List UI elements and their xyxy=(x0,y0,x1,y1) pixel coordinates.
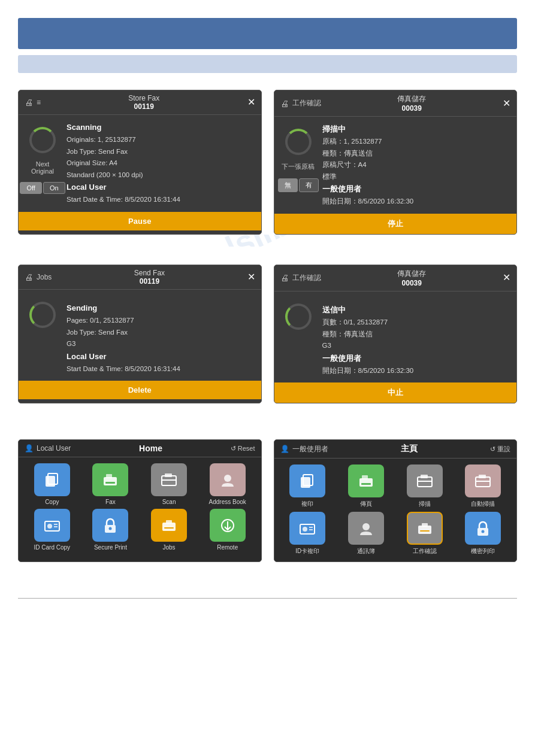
home-icon-box-autoscan xyxy=(465,464,501,497)
panel-header-4: 🖨 工作確認 傳真儲存 00039 ✕ xyxy=(274,265,517,292)
panel-footer-2[interactable]: 停止 xyxy=(274,214,517,234)
home-icon-box-idcardcopy xyxy=(34,509,70,542)
panel-body-2: 下一張原稿 無 有 掃描中 原稿：1, 25132877 種類：傳真送信 原稿尺… xyxy=(274,117,517,214)
starttime-3: Start Date & Time: 8/5/2020 16:31:44 xyxy=(67,363,255,375)
origsize-2: 原稿尺寸：A4 xyxy=(322,159,511,171)
home-icon-fax[interactable]: Fax xyxy=(83,463,138,505)
panel-footer-4[interactable]: 中止 xyxy=(274,382,517,403)
home-grid-en: CopyFaxScanAddress BookID Card CopySecur… xyxy=(19,457,261,557)
starttime-4: 開始日期：8/5/2020 16:32:30 xyxy=(322,365,511,377)
home-icon-autoscan[interactable]: 自動掃描 xyxy=(455,464,510,508)
toggle-off-1[interactable]: Off xyxy=(20,182,41,194)
home-icon-secureprint-cn[interactable]: 機密列印 xyxy=(455,512,510,555)
home-icon-box-fax xyxy=(92,463,128,496)
home-icon-addressbook-cn[interactable]: 通訊簿 xyxy=(338,512,394,555)
svg-point-31 xyxy=(303,527,307,532)
jobs-label-1: ≡ xyxy=(37,98,41,107)
reset-btn-en[interactable]: ↺ Reset xyxy=(231,445,255,453)
pages-3: Pages: 0/1, 25132877 xyxy=(67,315,255,327)
home-icon-box-scan xyxy=(151,463,187,496)
home-title-cn: 主頁 xyxy=(401,444,418,454)
close-btn-3[interactable]: ✕ xyxy=(247,272,255,282)
panel-header-1: 🖨 ≡ Store Fax 00119 ✕ xyxy=(19,90,261,115)
home-icon-scan-cn[interactable]: 掃描 xyxy=(397,464,452,508)
svg-point-39 xyxy=(482,530,485,533)
svg-rect-29 xyxy=(479,475,486,478)
panel-header-3: 🖨 Jobs Send Fax 00119 ✕ xyxy=(19,265,261,290)
home-icon-addressbook[interactable]: Address Book xyxy=(200,463,255,505)
panel-footer-3[interactable]: Delete xyxy=(19,381,261,399)
spinner-area-1: Next Original Off On xyxy=(25,121,61,206)
svg-rect-22 xyxy=(362,475,368,479)
svg-rect-0 xyxy=(46,476,55,487)
toggle-on-2[interactable]: 有 xyxy=(299,178,319,192)
panel-title-num-3: 00119 xyxy=(52,277,247,286)
user-label-cn: 一般使用者 xyxy=(292,444,328,454)
next-original-label-1: Next Original xyxy=(25,160,61,175)
job-panel-fax-cn: 🖨 工作確認 傳真儲存 00039 ✕ 下一張原稿 無 有 掃描中 原稿：1, … xyxy=(274,90,518,235)
spinner-area-3 xyxy=(25,296,61,375)
top-bar xyxy=(18,18,517,49)
jobs-icon-2: 🖨 xyxy=(280,99,289,108)
jobtype-3: Job Type: Send Fax xyxy=(67,327,255,339)
user-3: Local User xyxy=(67,350,255,363)
close-btn-1[interactable]: ✕ xyxy=(247,98,255,107)
starttime-1: Start Date & Time: 8/5/2020 16:31:44 xyxy=(67,194,255,206)
svg-point-10 xyxy=(47,524,52,529)
home-icon-box-addressbook-cn xyxy=(348,512,384,545)
home-icon-copy[interactable]: Copy xyxy=(25,463,80,505)
spinner-4 xyxy=(285,303,312,330)
reset-btn-cn[interactable]: ↺ 重設 xyxy=(490,445,510,454)
home-icon-box-idcardcopy-cn xyxy=(289,512,325,545)
close-btn-4[interactable]: ✕ xyxy=(503,273,510,283)
g3-4: G3 xyxy=(322,340,511,352)
reset-label-cn: 重設 xyxy=(497,445,510,454)
home-icon-jobs[interactable]: Jobs xyxy=(141,509,197,551)
home-icon-label-autoscan: 自動掃描 xyxy=(471,500,495,508)
home-icon-box-scan-cn xyxy=(407,464,443,497)
spinner-1 xyxy=(29,127,56,153)
user-icon-cn: 👤 xyxy=(280,445,289,453)
home-user-cn: 👤 一般使用者 xyxy=(280,444,328,454)
home-icon-copy-cn[interactable]: 複印 xyxy=(280,464,335,508)
svg-rect-21 xyxy=(359,478,373,487)
svg-rect-19 xyxy=(301,477,310,488)
svg-rect-23 xyxy=(361,483,371,485)
panel-body-1: Next Original Off On Scanning Originals:… xyxy=(19,115,261,212)
close-btn-2[interactable]: ✕ xyxy=(503,99,510,108)
panel-header-left-1: 🖨 ≡ xyxy=(25,98,41,107)
home-title-en: Home xyxy=(139,444,162,453)
panel-footer-1[interactable]: Pause xyxy=(19,212,261,230)
home-icon-label-scan-cn: 掃描 xyxy=(419,500,431,508)
home-icon-remote[interactable]: Remote xyxy=(200,509,255,551)
panel-title-num-1: 00119 xyxy=(41,102,247,111)
home-header-cn: 👤 一般使用者 主頁 ↺ 重設 xyxy=(274,440,517,459)
jobs-icon-4: 🖨 xyxy=(280,273,289,283)
standard-1: Standard (200 × 100 dpi) xyxy=(67,169,255,181)
status-3: Sending xyxy=(67,302,255,315)
panel-info-4: 送信中 頁數：0/1, 25132877 種類：傳真送信 G3 一般使用者 開始… xyxy=(322,303,511,377)
home-icon-idcardcopy-cn[interactable]: ID卡複印 xyxy=(280,512,335,555)
svg-rect-2 xyxy=(104,477,117,485)
svg-rect-35 xyxy=(418,526,431,534)
panel-title-top-1: Store Fax xyxy=(41,94,247,102)
home-icon-box-copy-cn xyxy=(289,464,325,497)
home-icon-secureprint[interactable]: Secure Print xyxy=(83,509,138,551)
panel-title-1: Store Fax 00119 xyxy=(41,94,247,111)
toggle-off-2[interactable]: 無 xyxy=(278,178,298,192)
home-icon-box-fax-cn xyxy=(348,464,384,497)
home-icon-scan[interactable]: Scan xyxy=(141,463,197,505)
jobtype-4: 種類：傳真送信 xyxy=(322,329,511,341)
home-icon-label-copy: Copy xyxy=(45,499,59,505)
home-icon-jobs-cn[interactable]: 工作確認 xyxy=(397,512,452,555)
home-icon-label-fax: Fax xyxy=(105,499,116,505)
jobs-label-2: 工作確認 xyxy=(292,98,321,108)
home-icon-label-idcardcopy-cn: ID卡複印 xyxy=(295,547,319,555)
home-icon-fax-cn[interactable]: 傳頁 xyxy=(338,464,394,508)
home-icon-box-copy xyxy=(34,463,70,496)
home-icon-label-addressbook-cn: 通訊簿 xyxy=(357,547,375,555)
job-panel-send-cn: 🖨 工作確認 傳真儲存 00039 ✕ 送信中 頁數：0/1, 25132877… xyxy=(274,265,518,403)
toggle-on-1[interactable]: On xyxy=(43,182,65,194)
home-icon-idcardcopy[interactable]: ID Card Copy xyxy=(25,509,80,551)
svg-point-8 xyxy=(224,475,231,482)
